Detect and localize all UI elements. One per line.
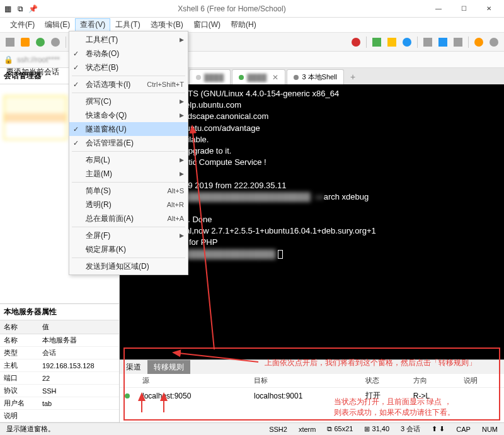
menu-item-label: 全屏(F) [86, 230, 110, 241]
annotation-text: 上面依次点开后，我们将看到这个窗格，然后点击「转移规则」 [265, 358, 476, 368]
reconnect-icon[interactable] [34, 36, 47, 48]
menu-view[interactable]: 查看(V) [75, 18, 110, 31]
menu-help[interactable]: 帮助(H) [226, 18, 261, 31]
lock-small-icon: 🔒 [4, 55, 13, 64]
shortcut-label: Ctrl+Shift+T [142, 81, 184, 88]
refresh-icon[interactable] [401, 36, 413, 48]
menu-tabs[interactable]: 选项卡(B) [146, 18, 188, 31]
tab-close-icon[interactable]: ✕ [272, 73, 278, 82]
tab-label: ████ [204, 74, 224, 81]
submenu-arrow-icon: ▶ [180, 37, 184, 43]
menu-item-label: 会话管理器(E) [86, 138, 134, 149]
submenu-arrow-icon: ▶ [180, 112, 184, 118]
palette-icon[interactable] [437, 36, 449, 48]
grid-icon[interactable]: ▦ [3, 4, 13, 14]
sys-icons: ▦ ⧉ 📌 [3, 4, 38, 14]
check-icon: ✓ [73, 81, 79, 89]
session-tab-local[interactable]: 3 本地Shell [287, 69, 344, 84]
menu-tools[interactable]: 工具(T) [110, 18, 145, 31]
sb-ssh: SSH2 [266, 426, 290, 433]
submenu-arrow-icon: ▶ [180, 157, 184, 163]
shortcut-label: Alt+R [162, 201, 184, 208]
menu-item-会话管理器(E)[interactable]: ✓会话管理器(E) [69, 136, 188, 150]
arrows-icon[interactable] [370, 36, 383, 48]
menu-item-卷动条(O)[interactable]: ✓卷动条(O) [69, 47, 188, 60]
menu-item-状态栏(B)[interactable]: ✓状态栏(B) [69, 60, 188, 74]
menu-item-总在最前面(A)[interactable]: 总在最前面(A)Alt+A [69, 212, 188, 225]
col-source: 源 [137, 374, 249, 388]
col-name: 名称 [0, 320, 38, 334]
menu-item-label: 隧道窗格(U) [86, 124, 127, 135]
statusbar: 显示隧道窗格。 SSH2 xterm ⧉ 65x21 ⊞ 31,40 3 会话 … [0, 422, 504, 435]
check-icon: ✓ [73, 64, 79, 72]
menu-item-label: 快速命令(Q) [86, 110, 127, 121]
check-icon: ✓ [73, 139, 79, 147]
menu-item-label: 工具栏(T) [86, 35, 118, 45]
menu-item-label: 透明(R) [86, 200, 112, 210]
menu-item-label: 主题(M) [86, 169, 112, 179]
menu-window[interactable]: 窗口(W) [188, 18, 226, 31]
table-row: 用户名tab [0, 397, 119, 410]
shortcut-label: Alt+A [162, 215, 184, 222]
table-row: 类型会话 [0, 347, 119, 359]
menu-item-label: 卷动条(O) [86, 48, 119, 59]
lock-icon[interactable] [386, 36, 398, 48]
table-row: 名称本地服务器 [0, 334, 119, 347]
close-button[interactable]: ✕ [476, 0, 501, 18]
session-tree-blurred [4, 96, 67, 140]
submenu-arrow-icon: ▶ [180, 98, 184, 105]
new-session-icon[interactable] [4, 36, 16, 48]
col-status: 状态 [360, 374, 408, 388]
new-tab-button[interactable]: + [345, 69, 360, 84]
menu-item-发送到通知区域(D)[interactable]: 发送到通知区域(D) [69, 259, 188, 273]
font-icon[interactable] [452, 36, 464, 48]
tunnel-tab-rules[interactable]: 转移规则 [147, 360, 190, 374]
sb-num: NUM [479, 426, 500, 433]
submenu-arrow-icon: ▶ [180, 232, 184, 239]
open-icon[interactable] [19, 36, 32, 48]
table-row: 端口22 [0, 372, 119, 385]
green-dot-icon [125, 393, 130, 398]
menu-item-label: 布局(L) [86, 155, 110, 166]
status-left: 显示隧道窗格。 [4, 424, 57, 434]
menu-item-label: 会话选项卡(I) [86, 79, 130, 90]
tunnel-tab-channel[interactable]: 渠道 [120, 360, 147, 374]
menu-file[interactable]: 文件(F) [5, 18, 40, 31]
restore-icon[interactable]: ⧉ [15, 4, 25, 14]
table-row: 说明 [0, 410, 119, 422]
session-tab[interactable]: ████ [189, 69, 231, 84]
maximize-button[interactable]: ☐ [451, 0, 476, 18]
menu-item-布局(L)[interactable]: 布局(L)▶ [69, 153, 188, 167]
sb-sessions: 3 会话 [398, 424, 423, 434]
disconnect-icon[interactable] [49, 36, 62, 48]
menu-item-撰写(C)[interactable]: 撰写(C)▶ [69, 94, 188, 108]
table-row: 协议SSH [0, 385, 119, 397]
menu-item-全屏(F)[interactable]: 全屏(F)▶ [69, 229, 188, 242]
menu-item-锁定屏幕(K)[interactable]: 锁定屏幕(K) [69, 242, 188, 256]
menu-item-label: 发送到通知区域(D) [86, 261, 149, 272]
pin-icon[interactable]: 📌 [28, 4, 38, 14]
gear-icon[interactable] [488, 36, 500, 48]
properties-header: 本地服务器属性 [0, 304, 119, 320]
session-tab[interactable]: ████ ✕ [232, 69, 285, 84]
list-icon[interactable] [421, 36, 434, 48]
sb-term: xterm [296, 426, 319, 433]
view-menu-dropdown: 工具栏(T)▶✓卷动条(O)✓状态栏(B)✓会话选项卡(I)Ctrl+Shift… [69, 31, 188, 275]
menu-item-快速命令(Q)[interactable]: 快速命令(Q)▶ [69, 108, 188, 122]
annotation-text: 当状态为打开，且前面显示 绿点 ， 则表示成功，如果不成功请往下看。 [334, 397, 455, 418]
menu-item-隧道窗格(U)[interactable]: ✓隧道窗格(U) [69, 122, 188, 136]
properties-panel: 本地服务器属性 名称 值 名称本地服务器 类型会话 主机192.168.153.… [0, 303, 119, 422]
menu-item-主题(M)[interactable]: 主题(M)▶ [69, 167, 188, 181]
menu-edit[interactable]: 编辑(E) [40, 18, 75, 31]
submenu-arrow-icon: ▶ [180, 171, 184, 177]
menu-item-会话选项卡(I)[interactable]: ✓会话选项卡(I)Ctrl+Shift+T [69, 77, 188, 91]
menu-item-label: 撰写(C) [86, 96, 112, 107]
minimize-button[interactable]: — [426, 0, 451, 18]
menu-item-透明(R)[interactable]: 透明(R)Alt+R [69, 198, 188, 212]
menu-item-工具栏(T)[interactable]: 工具栏(T)▶ [69, 33, 188, 47]
tab-label: 3 本地Shell [302, 72, 337, 82]
menu-item-简单(S)[interactable]: 简单(S)Alt+S [69, 184, 188, 198]
status-dot-icon [239, 75, 244, 80]
address-url[interactable]: ssh://root**** [17, 55, 60, 64]
user-icon[interactable] [472, 36, 485, 48]
